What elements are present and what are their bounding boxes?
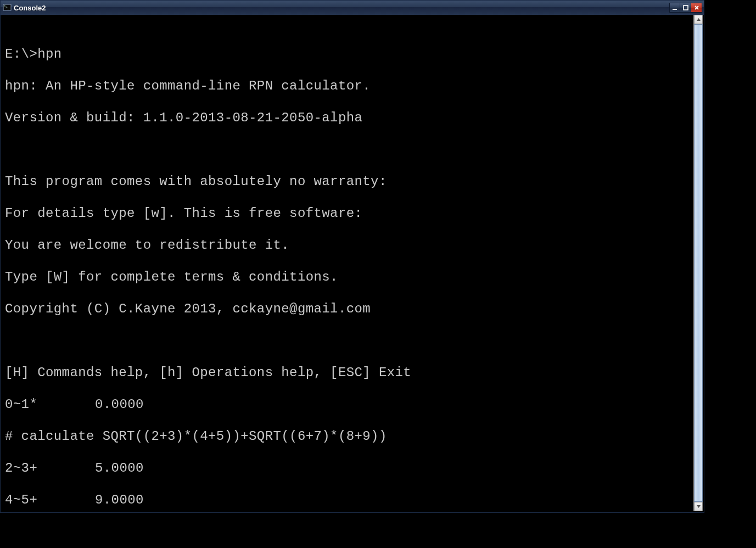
calc-op: 0~1* [5, 396, 95, 412]
output-line: [H] Commands help, [h] Operations help, … [5, 365, 694, 381]
close-button[interactable] [691, 3, 702, 13]
calc-val: 5.0000 [95, 460, 144, 476]
svg-marker-8 [697, 505, 701, 508]
minimize-button[interactable] [669, 3, 680, 13]
output-line: Type [W] for complete terms & conditions… [5, 269, 694, 285]
titlebar[interactable]: >_ Console2 [1, 1, 704, 15]
output-line: hpn: An HP-style command-line RPN calcul… [5, 78, 694, 94]
calc-val: 9.0000 [95, 492, 144, 508]
calc-row: 2~3+5.0000 [5, 460, 694, 476]
comment-line: # calculate SQRT((2+3)*(4+5))+SQRT((6+7)… [5, 428, 694, 444]
output-line: For details type [w]. This is free softw… [5, 205, 694, 221]
output-line: This program comes with absolutely no wa… [5, 174, 694, 189]
scroll-up-button[interactable] [694, 15, 703, 24]
calc-row: 4~5+9.0000 [5, 492, 694, 508]
svg-rect-3 [673, 9, 677, 10]
output-line [5, 142, 694, 158]
maximize-button[interactable] [680, 3, 691, 13]
output-line: Version & build: 1.1.0-2013-08-21-2050-a… [5, 110, 694, 126]
calc-val: 0.0000 [95, 396, 144, 412]
app-window: >_ Console2 E:\>hpn hpn: An HP-style com… [0, 0, 704, 513]
entered-command: hpn [37, 46, 61, 62]
svg-text:>_: >_ [5, 5, 10, 9]
window-controls [669, 3, 702, 13]
scroll-track[interactable] [694, 24, 703, 502]
calc-op: 4~5+ [5, 492, 95, 508]
terminal-output: E:\>hpn hpn: An HP-style command-line RP… [2, 15, 694, 511]
vertical-scrollbar[interactable] [693, 15, 703, 511]
output-line: Copyright (C) C.Kayne 2013, cckayne@gmai… [5, 301, 694, 317]
svg-rect-4 [684, 5, 688, 10]
calc-row: 0~1*0.0000 [5, 396, 694, 412]
calc-op: 2~3+ [5, 460, 95, 476]
output-line: You are welcome to redistribute it. [5, 237, 694, 253]
prompt-line: E:\>hpn [5, 46, 694, 62]
app-icon: >_ [3, 3, 12, 12]
prompt-path: E:\> [5, 46, 37, 62]
scroll-down-button[interactable] [694, 502, 703, 511]
terminal-area[interactable]: E:\>hpn hpn: An HP-style command-line RP… [2, 15, 694, 511]
output-line [5, 333, 694, 349]
svg-marker-7 [697, 18, 701, 21]
scroll-thumb[interactable] [694, 24, 703, 502]
window-title: Console2 [14, 4, 46, 12]
